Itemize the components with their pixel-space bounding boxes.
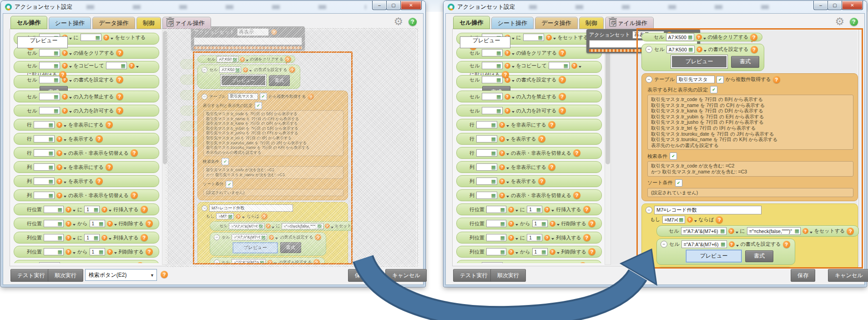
preview-box[interactable]: プレビュー [17, 36, 68, 48]
help-icon[interactable]: ? [548, 121, 555, 128]
collapse-toggle[interactable]: − [202, 67, 207, 73]
grid-icon[interactable]: ▦ [496, 94, 501, 99]
help-badge-icon[interactable]: ? [505, 63, 510, 69]
help-icon[interactable]: ? [773, 76, 780, 83]
grid-icon[interactable]: ▦ [49, 122, 53, 127]
action-block[interactable]: セルA7:K500▦?の値をクリアする? [197, 56, 295, 63]
edit-check-icon[interactable]: ✔ [675, 179, 682, 187]
help-badge-icon[interactable]: ? [56, 193, 62, 198]
grid-icon[interactable]: ▦ [500, 221, 505, 226]
cell-ref-input[interactable]: ▦ [34, 135, 55, 142]
sequential-run-button[interactable]: 順次実行 [490, 269, 526, 282]
help-badge-icon[interactable]: ? [508, 249, 514, 255]
help-badge-icon[interactable]: ? [499, 122, 505, 128]
help-badge-icon[interactable]: ? [546, 35, 552, 41]
palette-block[interactable]: セル▦?の書式を設定する?プレビュー書式 [456, 75, 602, 88]
actionset-name-input[interactable]: 再表示 [237, 28, 269, 36]
grid-icon[interactable]: ▦ [54, 63, 58, 68]
help-icon[interactable]: ? [141, 206, 148, 213]
action-block-format[interactable]: −セル="J7:K"&(M7+6)▦?の書式を設定する?プレビュー書式 [656, 267, 793, 267]
cell-ref-input[interactable]: ="=check(false,"""")"▦ [747, 227, 801, 235]
minimize-button[interactable]: – [813, 1, 828, 10]
cell-ref-input[interactable]: ▦ [486, 248, 506, 255]
cell-ref-input[interactable]: =M7>0▦ [662, 216, 685, 223]
help-icon[interactable]: ? [573, 149, 580, 157]
table-name-input[interactable]: 取引先マスタ [676, 76, 715, 83]
cell-ref-input[interactable]: ▦ [44, 206, 64, 213]
cell-ref-input[interactable]: ▦ [482, 262, 503, 263]
help-badge-icon[interactable]: ? [508, 235, 514, 241]
palette-block[interactable]: 行位置▦?から1▦?行削除する? [456, 218, 602, 229]
action-block-format[interactable]: −セル="J7:K"&(M7+6)▦?の書式を設定する?プレビュー書式 [210, 257, 325, 263]
grid-icon[interactable]: ▦ [500, 235, 505, 240]
help-icon[interactable]: ? [750, 34, 757, 41]
palette-block[interactable]: セル▦?をフィルタ範囲に設定する? [456, 260, 602, 263]
trigger-select[interactable]: 検索ボタン(E2) ▼ [85, 269, 157, 281]
help-badge-icon[interactable]: ? [571, 63, 577, 69]
cell-ref-input[interactable]: ▦ [486, 234, 506, 241]
actionset-comment-input[interactable] [194, 37, 302, 45]
preview-box[interactable]: プレビュー [686, 250, 742, 262]
help-icon[interactable]: ? [106, 163, 113, 171]
titlebar[interactable]: アクションセット設定 – ▢ ✕ [1, 1, 425, 13]
collapse-toggle[interactable]: − [202, 94, 207, 100]
help-icon[interactable]: ? [559, 107, 566, 114]
palette-block[interactable]: セル▦?の入力を許可する? [456, 105, 602, 117]
cell-ref-input[interactable]: ▦ [523, 34, 544, 41]
help-badge-icon[interactable]: ? [243, 67, 248, 72]
help-badge-icon[interactable]: ? [66, 235, 71, 241]
gear-icon[interactable]: ⚙ [835, 15, 844, 28]
grid-icon[interactable]: ▦ [496, 108, 501, 113]
help-badge-icon[interactable]: ? [62, 50, 68, 56]
gear-icon[interactable]: ⚙ [394, 15, 403, 28]
help-icon[interactable]: ? [783, 241, 790, 248]
palette-block[interactable]: 行▦?の表示・非表示を切替える? [456, 147, 602, 159]
help-badge-icon[interactable]: ? [267, 260, 273, 263]
cell-ref-input[interactable]: ="A7:A"&(M7+6)▦ [229, 223, 264, 229]
format-button[interactable]: 書式 [280, 242, 301, 253]
help-badge-icon[interactable]: ? [62, 63, 68, 69]
palette-block[interactable]: セル▦?をコピーして▦?に貼り付ける? [456, 61, 602, 73]
grid-icon[interactable]: ▦ [536, 207, 541, 212]
action-block-format[interactable]: −セルA7:K500▦?の書式を設定する?プレビュー書式 [197, 65, 300, 89]
cell-ref-input[interactable]: ="A7:A"&(M7+6)▦ [232, 234, 267, 240]
preview-box[interactable]: プレビュー [671, 55, 727, 68]
grid-icon[interactable]: ▦ [49, 151, 53, 156]
help-icon[interactable]: ? [116, 49, 123, 56]
help-icon[interactable]: ? [850, 18, 858, 26]
action-block[interactable]: セル="A7:A"&(M7+6)▦?に="=check(false,"""")"… [210, 221, 351, 231]
grid-icon[interactable]: ▦ [58, 221, 62, 226]
test-run-button[interactable]: テスト実行 [10, 269, 52, 282]
palette-block[interactable]: 列位置▦?に1▦?列挿入する? [456, 232, 602, 244]
cell-ref-input[interactable]: ▦ [476, 163, 497, 171]
cell-ref-input[interactable]: ▦ [476, 192, 497, 199]
help-icon[interactable]: ? [161, 271, 168, 278]
tab-制御[interactable]: 制御 [136, 17, 161, 29]
palette-block[interactable]: 行▦?を非表示にする? [456, 119, 602, 131]
help-icon[interactable]: ? [136, 262, 144, 263]
table-query-block[interactable]: −テーブル取引先マスタ✔から複数件取得する?表示する列と表示先の設定✔取引先マス… [641, 73, 858, 201]
grid-icon[interactable]: ▦ [99, 249, 103, 254]
grid-icon[interactable]: ▦ [541, 221, 546, 226]
help-icon[interactable]: ? [308, 93, 314, 100]
grid-icon[interactable]: ▦ [536, 235, 541, 240]
help-icon[interactable]: ? [131, 149, 138, 157]
help-badge-icon[interactable]: ? [499, 136, 505, 142]
help-icon[interactable]: ? [409, 18, 417, 26]
palette-block[interactable]: セル▦?の入力を許可する? [14, 105, 159, 117]
help-icon[interactable]: ? [559, 49, 566, 56]
help-icon[interactable]: ? [285, 56, 291, 62]
help-badge-icon[interactable]: ? [696, 34, 702, 40]
if-block[interactable]: −M7=レコード件数もし=M7>0▦?ならば?セル="A7:A"&(M7+6)▦… [197, 202, 348, 263]
grid-icon[interactable]: ▦ [95, 35, 100, 40]
close-button[interactable]: ✕ [842, 1, 863, 10]
grid-icon[interactable]: ▦ [121, 63, 125, 68]
edit-check-icon[interactable]: ✔ [255, 102, 262, 109]
tab-シート操作[interactable]: シート操作 [49, 17, 91, 29]
help-badge-icon[interactable]: ? [499, 193, 505, 198]
grid-icon[interactable]: ▦ [491, 193, 496, 198]
grid-icon[interactable]: ▦ [258, 223, 263, 229]
palette-block[interactable]: 行位置▦?から1▦?行削除する? [14, 218, 159, 229]
cancel-button[interactable]: キャンセル [828, 269, 868, 282]
help-icon[interactable]: ? [261, 213, 267, 219]
